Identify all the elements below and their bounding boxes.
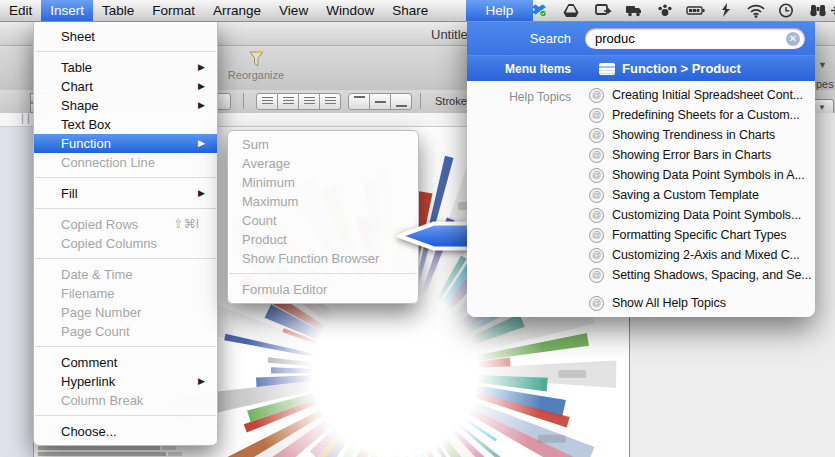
menu-item-label: Sum	[242, 135, 406, 154]
menu-item-sum: Sum	[228, 135, 418, 154]
menu-separator	[35, 177, 216, 178]
menu-separator	[35, 346, 216, 347]
menubar-item-arrange[interactable]: Arrange	[204, 0, 270, 21]
help-topic-item[interactable]: @Showing Error Bars in Charts	[585, 145, 815, 165]
help-topic-item[interactable]: @Formatting Specific Chart Types	[585, 225, 815, 245]
menu-item-sheet[interactable]: Sheet	[34, 27, 217, 46]
sheets-sidebar[interactable]	[0, 127, 34, 457]
help-topic-item[interactable]: @Saving a Custom Template	[585, 185, 815, 205]
bolt-icon[interactable]	[717, 2, 735, 19]
menu-item-label: Hyperlink	[61, 372, 198, 391]
reorganize-button[interactable]: Reorganize	[222, 48, 290, 81]
partial-status-icon[interactable]	[831, 2, 835, 19]
menu-item-minimum: Minimum	[228, 173, 418, 192]
menubar-item-edit[interactable]: Edit	[0, 0, 41, 21]
menu-item-product: Product	[228, 230, 418, 249]
align-justify-button[interactable]	[320, 93, 341, 110]
menu-item-result-label: Function > Product	[622, 61, 741, 76]
screen: Untitled Reorganize ▼ ▲▼ Stroke: pes	[0, 0, 835, 457]
search-label: Search	[467, 31, 585, 46]
time-machine-icon[interactable]	[777, 2, 795, 19]
insert-menu: SheetTable▶Chart▶Shape▶Text BoxFunction▶…	[33, 22, 218, 446]
submenu-arrow-icon: ▶	[198, 77, 205, 96]
menu-item-table[interactable]: Table▶	[34, 58, 217, 77]
menu-item-chart[interactable]: Chart▶	[34, 77, 217, 96]
menu-item-function[interactable]: Function▶	[34, 134, 217, 153]
menu-item-label: Column Break	[61, 391, 205, 410]
help-topic-icon: @	[589, 108, 604, 123]
menu-item-column-break: Column Break	[34, 391, 217, 410]
partial-format-button[interactable]	[216, 93, 231, 110]
menubar-item-table[interactable]: Table	[93, 0, 143, 21]
menubar-item-label: Window	[326, 3, 374, 18]
align-left-button[interactable]	[256, 93, 278, 110]
help-topic-label: Predefining Sheets for a Custom...	[612, 108, 800, 122]
menu-item-page-number: Page Number	[34, 303, 217, 322]
help-topic-item[interactable]: @Setting Shadows, Spacing, and Se...	[585, 265, 815, 285]
binoculars-icon[interactable]	[808, 2, 826, 19]
menu-item-text-box[interactable]: Text Box	[34, 115, 217, 134]
funnel-icon	[248, 48, 265, 68]
help-topic-icon: @	[589, 148, 604, 163]
menu-item-formula-editor: Formula Editor	[228, 280, 418, 299]
menu-item-label: Product	[242, 230, 406, 249]
wifi-icon[interactable]	[746, 2, 764, 19]
background-table-row	[38, 446, 182, 450]
align-right-button[interactable]	[299, 93, 320, 110]
help-topic-label: Customizing Data Point Symbols...	[612, 208, 801, 222]
menubar-item-help[interactable]: Help	[466, 0, 533, 21]
menu-items-icon	[599, 63, 615, 75]
menu-item-label: Copied Columns	[61, 234, 205, 253]
menu-item-shape[interactable]: Shape▶	[34, 96, 217, 115]
dropbox-icon[interactable]	[530, 2, 548, 19]
menu-item-label: Chart	[61, 77, 198, 96]
help-topic-item[interactable]: @Customizing Data Point Symbols...	[585, 205, 815, 225]
menu-item-label: Maximum	[242, 192, 406, 211]
search-input[interactable]: produc ✕	[585, 28, 805, 49]
menu-item-label: Shape	[61, 96, 198, 115]
menu-item-label: Fill	[61, 184, 198, 203]
menu-item-result-row[interactable]: Menu Items Function > Product	[467, 55, 815, 81]
help-topic-item[interactable]: @Creating Initial Spreadsheet Cont...	[585, 85, 815, 105]
align-bottom-button[interactable]	[391, 93, 412, 110]
text-align-group	[256, 93, 341, 110]
help-topic-icon: @	[589, 248, 604, 263]
menu-item-choose[interactable]: Choose...	[34, 422, 217, 441]
menu-item-fill[interactable]: Fill▶	[34, 184, 217, 203]
menubar-item-share[interactable]: Share	[383, 0, 437, 21]
truck-icon[interactable]	[625, 2, 643, 19]
format-separator	[420, 93, 421, 109]
help-topic-item[interactable]: @Predefining Sheets for a Custom...	[585, 105, 815, 125]
menubar-item-label: Help	[486, 3, 514, 18]
menubar-item-format[interactable]: Format	[143, 0, 204, 21]
menu-item-comment[interactable]: Comment	[34, 353, 217, 372]
help-topic-label: Showing Error Bars in Charts	[612, 148, 771, 162]
menu-item-label: Date & Time	[61, 265, 205, 284]
help-topic-label: Formatting Specific Chart Types	[612, 228, 787, 242]
align-middle-button[interactable]	[370, 93, 391, 110]
menu-bar: EditInsertTableFormatArrangeViewWindowSh…	[0, 0, 835, 22]
battery-icon[interactable]	[686, 2, 704, 19]
help-topic-item[interactable]: @Customizing 2-Axis and Mixed C...	[585, 245, 815, 265]
paw-icon[interactable]	[656, 2, 674, 19]
menu-item-label: Page Count	[61, 322, 205, 341]
sync-window-icon[interactable]	[594, 2, 612, 19]
menu-separator	[35, 415, 216, 416]
align-center-button[interactable]	[278, 93, 299, 110]
menu-item-hyperlink[interactable]: Hyperlink▶	[34, 372, 217, 391]
search-clear-icon[interactable]: ✕	[786, 32, 800, 46]
menu-item-copied-columns: Copied Columns	[34, 234, 217, 253]
align-top-button[interactable]	[348, 93, 370, 110]
menu-item-label: Show Function Browser	[242, 249, 406, 268]
menubar-item-view[interactable]: View	[270, 0, 317, 21]
menubar-item-window[interactable]: Window	[317, 0, 383, 21]
help-topic-item[interactable]: @Showing Data Point Symbols in A...	[585, 165, 815, 185]
menu-separator	[229, 273, 417, 274]
help-topic-item[interactable]: @Showing Trendiness in Charts	[585, 125, 815, 145]
help-topic-item[interactable]: @Show All Help Topics	[585, 293, 815, 313]
google-drive-icon[interactable]	[562, 2, 580, 19]
menu-item-maximum: Maximum	[228, 192, 418, 211]
menu-item-show-function-browser: Show Function Browser	[228, 249, 418, 268]
menu-item-label: Formula Editor	[242, 280, 406, 299]
menubar-item-insert[interactable]: Insert	[41, 0, 93, 21]
